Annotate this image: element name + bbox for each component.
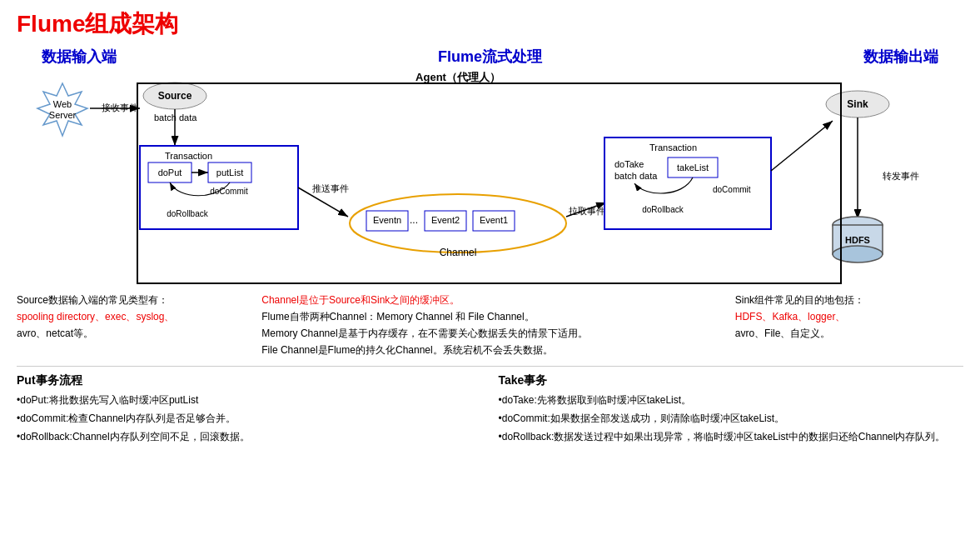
sink-desc-2: HDFS、Kafka、logger、 xyxy=(735,309,963,324)
sink-desc-1: Sink组件常见的目的地包括： xyxy=(735,292,963,308)
svg-text:推送事件: 推送事件 xyxy=(312,183,349,193)
svg-text:Agent（代理人）: Agent（代理人） xyxy=(415,71,500,83)
svg-text:HDFS: HDFS xyxy=(845,235,870,245)
page: Flume组成架构 数据输入端 Flume流式处理 数据输出端 Web Serv… xyxy=(0,0,980,535)
svg-text:Event2: Event2 xyxy=(431,215,460,225)
task-sections: Put事务流程 •doPut:将批数据先写入临时缓冲区putList •doCo… xyxy=(17,373,963,448)
svg-text:takeList: takeList xyxy=(677,162,709,172)
divider xyxy=(17,366,963,367)
put-task-title: Put事务流程 xyxy=(17,373,482,388)
svg-text:batch data: batch data xyxy=(154,112,197,122)
svg-text:doRollback: doRollback xyxy=(167,209,208,218)
svg-text:putList: putList xyxy=(216,168,243,178)
label-middle: Flume流式处理 xyxy=(438,47,542,67)
label-output: 数据输出端 xyxy=(863,47,938,67)
channel-desc-4: File Channel是Flume的持久化Channel。系统宕机不会丢失数据… xyxy=(261,342,719,358)
receive-event-label: 接收事件 xyxy=(102,102,138,112)
svg-line-38 xyxy=(771,121,833,171)
take-task-title: Take事务 xyxy=(499,373,964,388)
svg-text:doRollback: doRollback xyxy=(642,205,684,214)
page-title: Flume组成架构 xyxy=(17,8,963,40)
put-task-item3: •doRollback:Channel内存队列空间不足，回滚数据。 xyxy=(17,429,482,444)
svg-text:拉取事件: 拉取事件 xyxy=(569,206,605,216)
label-input: 数据输入端 xyxy=(42,47,117,67)
put-task-item2: •doCommit:检查Channel内存队列是否足够合并。 xyxy=(17,411,482,426)
channel-desc-1: Channel是位于Source和Sink之间的缓冲区。 xyxy=(261,292,719,308)
svg-text:Server: Server xyxy=(49,110,77,120)
svg-text:doTake: doTake xyxy=(614,159,644,169)
channel-desc-3: Memory Channel是基于内存缓存，在不需要关心数据丢失的情景下适用。 xyxy=(261,326,719,341)
section-labels: 数据输入端 Flume流式处理 数据输出端 xyxy=(17,47,963,67)
source-desc-2: spooling directory、exec、syslog、 xyxy=(17,309,245,324)
svg-text:Eventn: Eventn xyxy=(373,215,401,225)
svg-text:doPut: doPut xyxy=(158,168,182,178)
bottom-left: Source数据输入端的常见类型有： spooling directory、ex… xyxy=(17,292,245,359)
put-task-item1: •doPut:将批数据先写入临时缓冲区putList xyxy=(17,392,482,408)
source-desc-3: avro、netcat等。 xyxy=(17,326,245,341)
svg-text:Transaction: Transaction xyxy=(165,151,212,161)
channel-desc-2: Flume自带两种Channel：Memory Channel 和 File C… xyxy=(261,309,719,324)
bottom-sections: Source数据输入端的常见类型有： spooling directory、ex… xyxy=(17,292,963,359)
svg-text:...: ... xyxy=(410,214,418,226)
take-task: Take事务 •doTake:先将数据取到临时缓冲区takeList。 •doC… xyxy=(499,373,964,448)
bottom-middle: Channel是位于Source和Sink之间的缓冲区。 Flume自带两种Ch… xyxy=(261,292,719,359)
svg-text:Web: Web xyxy=(53,99,72,109)
put-task: Put事务流程 •doPut:将批数据先写入临时缓冲区putList •doCo… xyxy=(17,373,482,448)
take-task-item3: •doRollback:数据发送过程中如果出现异常，将临时缓冲区takeList… xyxy=(499,429,964,444)
svg-text:doCommit: doCommit xyxy=(210,187,248,196)
svg-text:Channel: Channel xyxy=(440,247,477,258)
source-desc-1: Source数据输入端的常见类型有： xyxy=(17,292,245,308)
svg-text:doCommit: doCommit xyxy=(713,185,751,194)
svg-text:batch data: batch data xyxy=(614,171,658,181)
svg-text:Transaction: Transaction xyxy=(649,142,697,152)
svg-text:Event1: Event1 xyxy=(480,215,508,225)
svg-text:转发事件: 转发事件 xyxy=(883,171,919,181)
svg-text:Sink: Sink xyxy=(847,98,868,110)
svg-text:Source: Source xyxy=(158,90,192,102)
diagram-area: Web Server 接收事件 Source batch data Transa… xyxy=(17,71,963,288)
bottom-right: Sink组件常见的目的地包括： HDFS、Kafka、logger、 avro、… xyxy=(735,292,963,359)
take-task-item2: •doCommit:如果数据全部发送成功，则清除临时缓冲区takeList。 xyxy=(499,411,964,426)
sink-desc-3: avro、File、自定义。 xyxy=(735,326,963,341)
take-task-item1: •doTake:先将数据取到临时缓冲区takeList。 xyxy=(499,392,964,408)
